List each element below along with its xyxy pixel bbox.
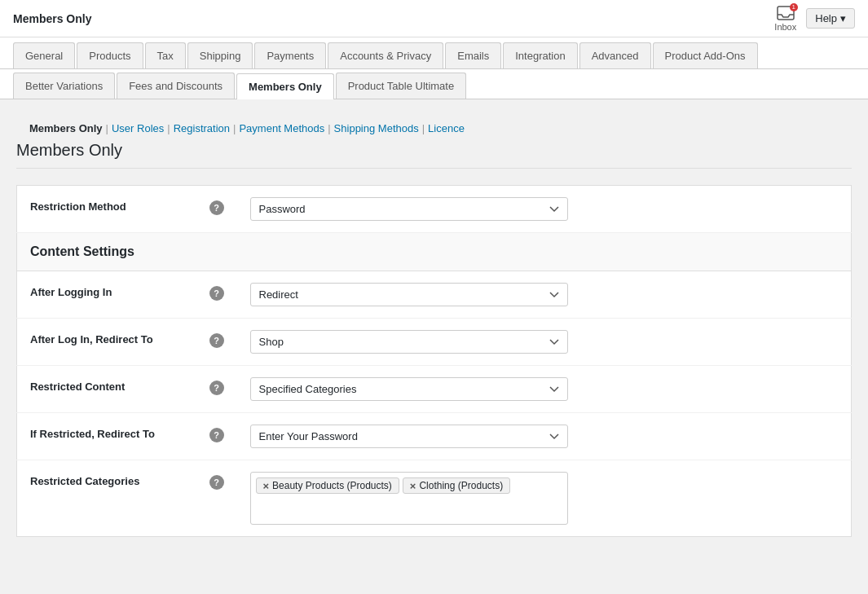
tab-fees-discounts[interactable]: Fees and Discounts: [117, 73, 235, 99]
after-logging-in-select[interactable]: Redirect: [250, 283, 568, 306]
after-login-redirect-help-cell: ?: [196, 319, 237, 366]
tab-members-only[interactable]: Members Only: [236, 73, 334, 99]
inbox-label: Inbox: [774, 22, 796, 32]
breadcrumb-sep-4: |: [328, 122, 330, 134]
chevron-down-icon: ▾: [840, 12, 846, 24]
if-restricted-redirect-row: If Restricted, Redirect To ? Enter Your …: [17, 413, 852, 460]
after-login-redirect-row: After Log In, Redirect To ? Shop: [17, 319, 852, 366]
restriction-method-row: Restriction Method ? Password: [17, 186, 852, 233]
if-restricted-redirect-label: If Restricted, Redirect To: [17, 413, 196, 460]
after-login-redirect-input-cell: Shop: [237, 319, 852, 366]
restricted-content-label: Restricted Content: [17, 366, 196, 413]
main-content: Members Only | User Roles | Registration…: [0, 99, 868, 550]
nav-tabs-row2: Better Variations Fees and Discounts Mem…: [0, 69, 868, 99]
after-logging-in-label: After Logging In: [17, 271, 196, 319]
tag-beauty-products-remove[interactable]: ×: [263, 481, 270, 491]
restricted-categories-label: Restricted Categories: [17, 460, 196, 537]
breadcrumb-registration[interactable]: Registration: [174, 122, 230, 134]
content-settings-title: Content Settings: [17, 233, 852, 271]
tab-payments[interactable]: Payments: [254, 42, 326, 68]
breadcrumb-current: Members Only: [29, 122, 103, 134]
restricted-categories-help-cell: ?: [196, 460, 237, 537]
tab-better-variations[interactable]: Better Variations: [13, 73, 115, 99]
breadcrumb-sep-1: |: [106, 122, 108, 134]
restricted-categories-input-cell: × Beauty Products (Products) × Clothing …: [237, 460, 852, 537]
settings-table: Restriction Method ? Password Content Se…: [16, 185, 852, 537]
restricted-content-help-icon[interactable]: ?: [209, 381, 224, 395]
nav-tabs-row1: General Products Tax Shipping Payments A…: [0, 37, 868, 69]
breadcrumb-user-roles[interactable]: User Roles: [112, 122, 164, 134]
restricted-categories-help-icon[interactable]: ?: [209, 475, 224, 490]
breadcrumb-payment-methods[interactable]: Payment Methods: [239, 122, 324, 134]
help-label: Help: [815, 12, 837, 24]
tab-emails[interactable]: Emails: [445, 42, 501, 68]
content-settings-header-row: Content Settings: [17, 233, 852, 271]
restricted-categories-row: Restricted Categories ? × Beauty Product…: [17, 460, 852, 537]
after-login-redirect-help-icon[interactable]: ?: [209, 333, 224, 348]
help-button[interactable]: Help ▾: [806, 8, 855, 29]
breadcrumb-shipping-methods[interactable]: Shipping Methods: [334, 122, 419, 134]
tag-clothing-products-remove[interactable]: ×: [410, 481, 416, 491]
tab-product-table-ultimate[interactable]: Product Table Ultimate: [336, 73, 467, 99]
tab-integration[interactable]: Integration: [503, 42, 577, 68]
inbox-badge: 1: [790, 3, 798, 11]
breadcrumb-sep-3: |: [233, 122, 236, 134]
if-restricted-redirect-help-icon[interactable]: ?: [209, 428, 224, 442]
breadcrumb-licence[interactable]: Licence: [428, 122, 465, 134]
restricted-content-select[interactable]: Specified Categories: [250, 377, 568, 401]
restriction-method-label: Restriction Method: [17, 186, 196, 233]
tab-advanced[interactable]: Advanced: [579, 42, 651, 68]
inbox-button[interactable]: 1 Inbox: [774, 6, 796, 32]
tab-product-add-ons[interactable]: Product Add-Ons: [653, 42, 758, 68]
tag-clothing-products-label: Clothing (Products): [419, 480, 503, 491]
top-bar-right: 1 Inbox Help ▾: [774, 6, 855, 32]
top-bar: Members Only 1 Inbox Help ▾: [0, 0, 868, 37]
page-title: Members Only: [13, 12, 91, 25]
tag-beauty-products-label: Beauty Products (Products): [272, 480, 392, 491]
restricted-content-input-cell: Specified Categories: [237, 366, 852, 413]
restriction-method-help-icon[interactable]: ?: [209, 200, 224, 215]
restriction-method-input-cell: Password: [237, 186, 852, 233]
tab-products[interactable]: Products: [77, 42, 143, 68]
if-restricted-redirect-input-cell: Enter Your Password: [237, 413, 852, 460]
tag-clothing-products: × Clothing (Products): [403, 477, 510, 494]
breadcrumb-sep-2: |: [167, 122, 170, 134]
restricted-content-help-cell: ?: [196, 366, 237, 413]
tab-accounts-privacy[interactable]: Accounts & Privacy: [328, 42, 443, 68]
after-login-redirect-select[interactable]: Shop: [250, 330, 568, 354]
after-logging-in-help-icon[interactable]: ?: [209, 286, 224, 301]
breadcrumb: Members Only | User Roles | Registration…: [16, 112, 852, 141]
tab-general[interactable]: General: [13, 42, 75, 68]
after-login-redirect-label: After Log In, Redirect To: [17, 319, 196, 366]
restriction-method-help-cell: ?: [196, 186, 237, 233]
after-logging-in-input-cell: Redirect: [237, 271, 852, 319]
restricted-categories-tags[interactable]: × Beauty Products (Products) × Clothing …: [250, 472, 568, 525]
restricted-content-row: Restricted Content ? Specified Categorie…: [17, 366, 852, 413]
if-restricted-redirect-help-cell: ?: [196, 413, 237, 460]
if-restricted-redirect-select[interactable]: Enter Your Password: [250, 425, 568, 448]
restriction-method-select[interactable]: Password: [250, 197, 568, 221]
tag-beauty-products: × Beauty Products (Products): [256, 477, 399, 494]
after-logging-in-row: After Logging In ? Redirect: [17, 271, 852, 319]
section-title: Members Only: [16, 141, 852, 169]
tab-shipping[interactable]: Shipping: [187, 42, 253, 68]
tab-tax[interactable]: Tax: [145, 42, 186, 68]
after-logging-in-help-cell: ?: [196, 271, 237, 319]
breadcrumb-sep-5: |: [422, 122, 425, 134]
